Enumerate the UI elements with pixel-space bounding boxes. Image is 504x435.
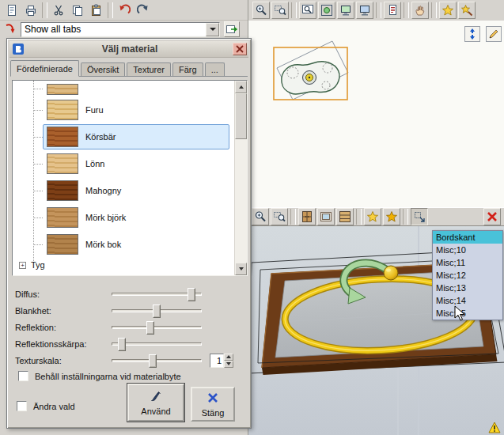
material-row-box: Mahogny (43, 178, 229, 203)
material-item-lonn[interactable]: Lönn (13, 150, 234, 177)
dialog-tab-fordefinierade[interactable]: Fördefinierade (10, 60, 79, 77)
material-item-item[interactable] (13, 81, 234, 96)
zoom-extents-icon[interactable] (318, 2, 335, 19)
tabs-dropdown[interactable]: Show all tabs (21, 22, 220, 37)
cabinet-icon[interactable] (298, 208, 316, 225)
spin-down-icon[interactable] (224, 361, 233, 368)
scroll-thumb[interactable] (235, 93, 247, 139)
material-option-bordskant[interactable]: Bordskant (433, 231, 502, 244)
material-item-korsbar[interactable]: Körsbär (13, 123, 234, 150)
view-mode-icon[interactable] (356, 2, 373, 19)
zoom-region-icon[interactable] (271, 2, 289, 19)
material-row-box: Mörk bok (43, 232, 229, 257)
star-gold-icon[interactable] (383, 208, 400, 225)
slider-row-reflektionsskarpa: Reflektionsskärpa: (15, 335, 244, 352)
texture-scale-spinner[interactable]: 1 (210, 354, 233, 368)
copy-icon[interactable] (69, 2, 86, 19)
keep-settings-checkbox[interactable] (18, 371, 28, 381)
slider-track[interactable] (112, 326, 202, 329)
toolbar-separator (290, 209, 296, 225)
material-thumbnail (47, 127, 78, 147)
expand-plus-icon[interactable]: + (19, 262, 26, 269)
change-selected-label: Ändra vald (33, 402, 75, 411)
zoom-icon[interactable] (252, 208, 269, 225)
tree-connector (34, 191, 43, 191)
transform-icon[interactable] (411, 208, 428, 225)
scroll-up-icon[interactable] (235, 81, 247, 93)
mouse-cursor (454, 305, 465, 321)
material-dialog: Välj material FördefinieradeÖversiktText… (6, 38, 252, 429)
slider-track[interactable] (112, 309, 202, 312)
slider-label: Diffus: (15, 289, 112, 299)
dialog-tab-oversikt[interactable]: Översikt (81, 62, 125, 76)
material-list-scrollbar[interactable] (234, 81, 247, 275)
pan-hand-icon[interactable] (411, 2, 429, 19)
shelf-icon[interactable] (336, 208, 354, 225)
material-item-mork-bok[interactable]: Mörk bok (13, 231, 234, 258)
warning-icon[interactable] (488, 422, 501, 433)
plan-viewport[interactable] (248, 21, 504, 207)
dialog-tab-texturer[interactable]: Texturer (127, 62, 171, 76)
material-item-furu[interactable]: Furu (13, 96, 234, 123)
material-thumbnail (47, 207, 78, 228)
slider-thumb[interactable] (153, 304, 161, 318)
material-thumbnail (47, 153, 78, 174)
dropdown-arrow-icon[interactable] (206, 23, 219, 36)
material-wizard-icon[interactable] (458, 2, 476, 19)
refresh-view-icon[interactable] (224, 21, 240, 37)
toolbar-separator (376, 2, 381, 18)
slider-thumb[interactable] (188, 288, 195, 301)
close-view-icon[interactable] (483, 208, 501, 225)
view-monitor-icon[interactable] (337, 2, 354, 19)
slider-thumb[interactable] (149, 354, 157, 368)
material-item-mahogny[interactable]: Mahogny (13, 177, 234, 204)
material-option-misc-13[interactable]: Misc;13 (433, 282, 502, 294)
dialog-titlebar[interactable]: Välj material (9, 41, 248, 58)
dialog-tab-item[interactable]: ... (205, 62, 225, 76)
material-list[interactable]: FuruKörsbärLönnMahognyMörk björkMörk bok… (12, 80, 248, 276)
tree-node-label: Tyg (31, 260, 45, 270)
page-preview-icon[interactable] (384, 2, 401, 19)
slider-track[interactable] (112, 342, 202, 346)
dialog-tab-farg[interactable]: Färg (172, 62, 203, 76)
zoom-region-icon[interactable] (271, 208, 288, 225)
cut-icon[interactable] (50, 2, 67, 19)
material-row-box: Körsbär (43, 124, 229, 149)
new-document-icon[interactable] (3, 2, 21, 19)
scroll-down-icon[interactable] (235, 263, 247, 275)
zoom-in-icon[interactable] (252, 2, 270, 19)
slider-row-reflektion: Reflektion: (15, 319, 244, 335)
toolbar-separator (404, 2, 409, 18)
material-option-misc-15[interactable]: Misc;15 (433, 307, 502, 320)
slider-thumb[interactable] (146, 321, 154, 335)
favorites-star-icon[interactable] (439, 2, 457, 19)
change-selected-checkbox[interactable] (17, 401, 27, 411)
dialog-close-icon[interactable] (233, 43, 247, 55)
material-option-misc-11[interactable]: Misc;11 (433, 256, 502, 269)
zoom-window-icon[interactable] (299, 2, 316, 19)
star-icon[interactable] (364, 208, 381, 225)
material-item-mork-bjork[interactable]: Mörk björk (13, 204, 234, 231)
paste-icon[interactable] (88, 2, 105, 19)
red-arrow-icon[interactable] (2, 22, 17, 36)
undo-icon[interactable] (116, 2, 133, 19)
spin-up-icon[interactable] (224, 354, 233, 361)
redo-icon[interactable] (135, 2, 152, 19)
material-option-misc-14[interactable]: Misc;14 (433, 294, 502, 307)
move-vertical-icon[interactable] (464, 26, 480, 42)
close-button[interactable]: Stäng (191, 387, 235, 422)
print-icon[interactable] (22, 2, 40, 19)
frame-icon[interactable] (317, 208, 335, 225)
tree-node-fabric[interactable]: + Tyg (19, 260, 45, 270)
slider-track[interactable] (112, 293, 202, 296)
slider-track[interactable] (112, 359, 202, 362)
tabs-row: Show all tabs (0, 21, 248, 38)
spinner-value[interactable]: 1 (210, 354, 224, 368)
view-toolbar-top (248, 0, 504, 21)
apply-button[interactable]: Använd (127, 384, 184, 422)
material-option-misc-10[interactable]: Misc;10 (433, 244, 502, 256)
material-dropdown-list: BordskantMisc;10Misc;11Misc;12Misc;13Mis… (432, 230, 503, 320)
edit-pencil-icon[interactable] (486, 26, 502, 42)
slider-thumb[interactable] (118, 338, 126, 351)
material-option-misc-12[interactable]: Misc;12 (433, 269, 502, 282)
